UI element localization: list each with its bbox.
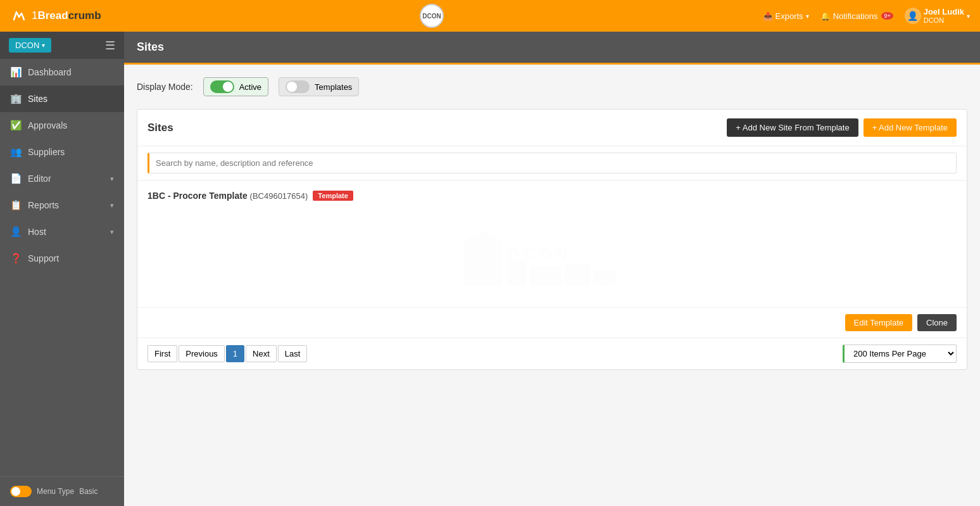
notifications-label: Notifications (833, 11, 878, 21)
page-title: Sites (137, 41, 164, 53)
menu-type-value: Basic (79, 487, 97, 496)
active-toggle-pill (210, 80, 234, 93)
reports-chevron-icon: ▾ (110, 201, 114, 210)
menu-type-row: Menu Type Basic (10, 486, 114, 497)
bell-icon: 🔔 (820, 11, 831, 21)
sidebar-item-sites-label: Sites (28, 94, 47, 104)
support-icon: ❓ (10, 253, 22, 264)
sidebar-item-suppliers-label: Suppliers (28, 147, 65, 157)
prev-page-button[interactable]: Previous (179, 345, 225, 362)
pagination-buttons: First Previous 1 Next Last (148, 345, 307, 362)
template-list: 1BC - Procore Template (BC496017654) Tem… (137, 180, 967, 307)
search-bar (137, 146, 967, 180)
panel-actions: + Add New Site From Template + Add New T… (727, 118, 957, 137)
active-mode-toggle[interactable]: Active (203, 77, 268, 96)
reports-icon: 📋 (10, 199, 22, 211)
notifications-badge: 9+ (881, 12, 893, 20)
sites-icon: 🏢 (10, 93, 22, 104)
notifications-button[interactable]: 🔔 Notifications 9+ (820, 11, 893, 21)
sidebar-item-support[interactable]: ❓ Support (0, 245, 124, 272)
editor-icon: 📄 (10, 173, 22, 184)
brand-text: 1Breadcrumb (32, 9, 101, 22)
exports-chevron-icon: ▾ (806, 13, 809, 20)
clone-button[interactable]: Clone (917, 314, 957, 331)
edit-template-button[interactable]: Edit Template (845, 314, 913, 331)
sidebar-item-sites[interactable]: 🏢 Sites (0, 85, 124, 112)
template-name: 1BC - Procore Template (BC496017654) (148, 191, 308, 201)
approvals-icon: ✅ (10, 120, 22, 131)
search-input[interactable] (148, 153, 957, 174)
exports-label: Exports (776, 11, 803, 21)
org-avatar-text: DCON (422, 13, 441, 20)
menu-type-toggle[interactable] (10, 486, 32, 497)
brand-logo[interactable]: 1Breadcrumb (10, 7, 101, 25)
sidebar-item-reports-label: Reports (28, 200, 59, 210)
svg-rect-4 (593, 270, 615, 286)
svg-rect-2 (530, 267, 562, 286)
last-page-button[interactable]: Last (278, 345, 308, 362)
items-per-page-select[interactable]: 200 Items Per Page (843, 345, 957, 363)
exports-button[interactable]: 📤 Exports ▾ (763, 11, 809, 21)
sidebar: DCON ▾ ☰ 📊 Dashboard 🏢 Sites ✅ Approvals… (0, 32, 124, 506)
top-navbar: 1Breadcrumb DCON 📤 Exports ▾ 🔔 Notificat… (0, 0, 980, 32)
template-name-text: 1BC - Procore Template (148, 191, 248, 201)
pagination-row: First Previous 1 Next Last 200 Items Per… (137, 338, 967, 369)
svg-rect-1 (508, 260, 527, 286)
template-badge: Template (313, 191, 353, 201)
sites-panel-title: Sites (148, 122, 173, 134)
add-new-template-button[interactable]: + Add New Template (864, 118, 957, 137)
first-page-button[interactable]: First (148, 345, 177, 362)
display-mode-label: Display Mode: (137, 82, 193, 92)
add-from-template-button[interactable]: + Add New Site From Template (727, 118, 858, 137)
sidebar-item-approvals-label: Approvals (28, 120, 67, 130)
sidebar-footer: Menu Type Basic (0, 476, 124, 506)
user-name: Joel Ludik (924, 7, 964, 17)
org-selector-label: DCON (15, 41, 39, 50)
sites-panel-header: Sites + Add New Site From Template + Add… (137, 110, 967, 146)
templates-toggle-pill (286, 80, 310, 93)
current-page-button[interactable]: 1 (226, 345, 244, 362)
user-menu[interactable]: 👤 Joel Ludik DCON ▾ (905, 7, 970, 25)
sidebar-item-editor-label: Editor (28, 174, 51, 184)
sidebar-item-suppliers[interactable]: 👥 Suppliers (0, 139, 124, 165)
org-chevron-icon: ▾ (42, 42, 45, 49)
templates-mode-toggle[interactable]: Templates (279, 77, 359, 96)
org-selector-button[interactable]: DCON ▾ (9, 38, 51, 53)
display-mode-row: Display Mode: Active Templates (137, 77, 967, 96)
org-avatar: DCON (420, 4, 444, 28)
user-avatar: 👤 (905, 8, 921, 24)
svg-rect-3 (565, 263, 590, 286)
host-icon: 👤 (10, 226, 22, 237)
user-org: DCON (924, 16, 964, 25)
sidebar-item-support-label: Support (28, 253, 59, 263)
list-item: 1BC - Procore Template (BC496017654) Tem… (148, 191, 957, 201)
user-icon: 👤 (907, 11, 918, 21)
user-chevron-icon: ▾ (967, 13, 970, 20)
sidebar-item-approvals[interactable]: ✅ Approvals (0, 112, 124, 139)
logo-icon (10, 7, 28, 25)
template-item-header: 1BC - Procore Template (BC496017654) Tem… (148, 191, 957, 201)
active-mode-label: Active (239, 82, 261, 92)
editor-chevron-icon: ▾ (110, 175, 114, 183)
template-id: (BC496017654) (250, 191, 308, 201)
export-icon: 📤 (763, 11, 773, 21)
svg-marker-0 (463, 232, 501, 286)
sidebar-item-dashboard[interactable]: 📊 Dashboard (0, 59, 124, 85)
sidebar-item-editor[interactable]: 📄 Editor ▾ (0, 165, 124, 192)
next-page-button[interactable]: Next (246, 345, 277, 362)
sidebar-item-host-label: Host (28, 227, 46, 237)
host-chevron-icon: ▾ (110, 228, 114, 236)
layout: DCON ▾ ☰ 📊 Dashboard 🏢 Sites ✅ Approvals… (0, 32, 980, 506)
sidebar-item-reports[interactable]: 📋 Reports ▾ (0, 192, 124, 218)
sidebar-item-host[interactable]: 👤 Host ▾ (0, 218, 124, 245)
hamburger-icon[interactable]: ☰ (105, 39, 115, 53)
content-area: Display Mode: Active Templates Sites + A… (124, 65, 980, 506)
sidebar-header: DCON ▾ ☰ (0, 32, 124, 59)
sidebar-item-dashboard-label: Dashboard (28, 67, 72, 77)
center-logo: DCON (101, 4, 763, 28)
page-header: Sites (124, 32, 980, 65)
menu-type-label: Menu Type (37, 487, 74, 496)
dashboard-icon: 📊 (10, 66, 22, 78)
top-right-actions: 📤 Exports ▾ 🔔 Notifications 9+ 👤 Joel Lu… (763, 7, 970, 25)
suppliers-icon: 👥 (10, 146, 22, 158)
